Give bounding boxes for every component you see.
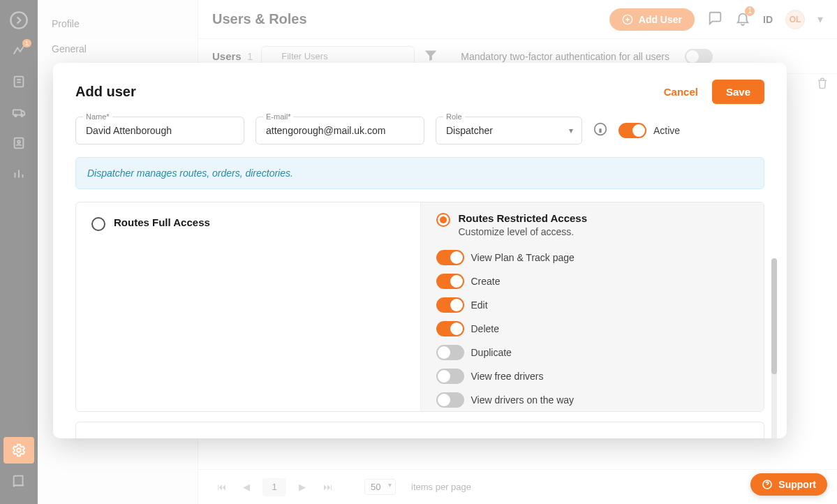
- role-label: Role: [443, 112, 465, 121]
- perm-delete-label: Delete: [471, 323, 499, 334]
- perm-view-free-toggle[interactable]: [436, 369, 464, 384]
- role-description: Dispatcher manages routes, orders, direc…: [75, 157, 764, 189]
- radio-unchecked-icon: [91, 217, 105, 231]
- full-access-label: Routes Full Access: [114, 216, 210, 228]
- perm-view-way-label: View drivers on the way: [471, 394, 575, 406]
- radio-checked-icon: [436, 213, 450, 227]
- perm-create-label: Create: [471, 276, 501, 287]
- info-icon[interactable]: [593, 122, 607, 139]
- email-label: E-mail*: [263, 112, 293, 121]
- permissions-panel: Routes Full Access Routes Restricted Acc…: [75, 202, 764, 412]
- perm-view-plan-label: View Plan & Track page: [471, 252, 575, 263]
- perm-delete-toggle[interactable]: [436, 321, 464, 336]
- perm-create-toggle[interactable]: [436, 274, 464, 289]
- perm-edit-label: Edit: [471, 299, 488, 311]
- support-button[interactable]: Support: [750, 473, 827, 496]
- perm-duplicate-toggle[interactable]: [436, 345, 464, 360]
- add-user-modal: Add user Cancel Save Name* E-mail* Role …: [53, 63, 787, 438]
- perm-duplicate-label: Duplicate: [471, 347, 512, 358]
- perm-view-free-label: View free drivers: [471, 371, 544, 382]
- name-input[interactable]: [76, 117, 244, 144]
- active-label: Active: [653, 125, 680, 136]
- restricted-sublabel: Customize level of access.: [459, 226, 588, 237]
- email-input[interactable]: [256, 117, 424, 144]
- name-field-wrap: Name*: [75, 117, 244, 144]
- perm-view-plan-toggle[interactable]: [436, 250, 464, 265]
- perm-edit-toggle[interactable]: [436, 297, 464, 313]
- active-toggle[interactable]: [619, 123, 646, 138]
- routes-full-access-radio[interactable]: Routes Full Access: [91, 216, 405, 231]
- modal-scrollbar[interactable]: [771, 258, 777, 438]
- save-button[interactable]: Save: [712, 80, 764, 104]
- support-label: Support: [778, 479, 816, 490]
- perm-view-way-toggle[interactable]: [436, 392, 464, 408]
- cancel-button[interactable]: Cancel: [664, 86, 698, 98]
- email-field-wrap: E-mail*: [255, 117, 424, 144]
- role-select[interactable]: Role Dispatcher: [436, 117, 582, 144]
- routes-restricted-access-radio[interactable]: Routes Restricted Access Customize level…: [436, 212, 749, 237]
- modal-title: Add user: [75, 84, 136, 100]
- next-panel-peek: [75, 422, 764, 438]
- name-label: Name*: [83, 112, 112, 121]
- role-value: Dispatcher: [446, 125, 493, 136]
- restricted-label: Routes Restricted Access: [459, 212, 588, 224]
